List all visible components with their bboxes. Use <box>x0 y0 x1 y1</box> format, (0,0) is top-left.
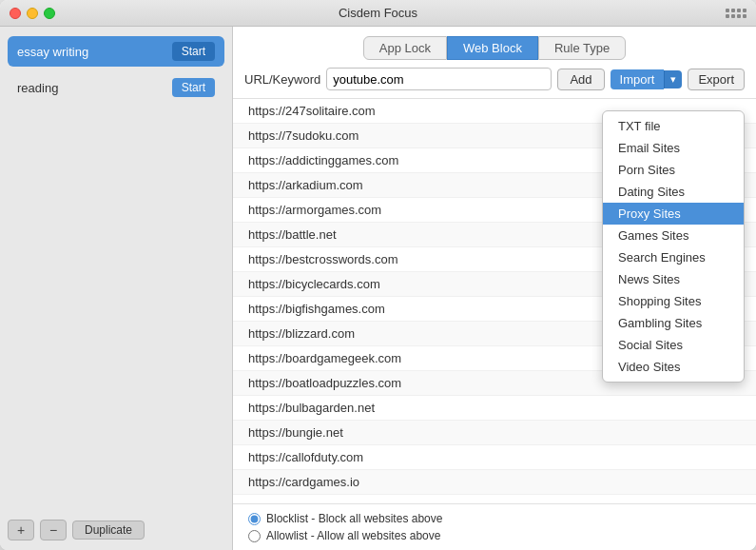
bottom-bar: Blocklist - Block all websites above All… <box>233 503 756 550</box>
import-caret-button[interactable]: ▾ <box>664 70 682 88</box>
allowlist-label: Allowlist - Allow all websites above <box>266 529 440 542</box>
title-bar: Cisdem Focus <box>0 0 756 27</box>
sidebar-footer: + − Duplicate <box>8 520 224 540</box>
import-button[interactable]: Import <box>611 69 665 89</box>
remove-profile-button[interactable]: − <box>40 520 67 540</box>
duplicate-button[interactable]: Duplicate <box>72 521 145 540</box>
dropdown-item-video-sites[interactable]: Video Sites <box>603 356 744 378</box>
url-input[interactable] <box>326 68 552 90</box>
dropdown-item-gambling-sites[interactable]: Gambling Sites <box>603 312 744 334</box>
dropdown-item-dating-sites[interactable]: Dating Sites <box>603 181 744 203</box>
dropdown-item-email-sites[interactable]: Email Sites <box>603 137 744 159</box>
blocklist-radio[interactable] <box>248 513 261 525</box>
window-title: Cisdem Focus <box>339 6 417 20</box>
sidebar: essay writing Start reading Start + − Du… <box>0 27 233 550</box>
dropdown-item-shopping-sites[interactable]: Shopping Sites <box>603 290 744 312</box>
url-label: URL/Keyword <box>244 72 320 87</box>
right-panel: App Lock Web Block Rule Type URL/Keyword… <box>233 27 756 550</box>
tab-web-block[interactable]: Web Block <box>447 36 538 60</box>
list-item[interactable]: https://cardgames.io <box>233 470 756 495</box>
traffic-lights <box>10 8 55 19</box>
grid-icon <box>726 9 746 18</box>
minimize-button[interactable] <box>27 8 38 19</box>
dropdown-menu: TXT fileEmail SitesPorn SitesDating Site… <box>602 110 745 383</box>
tab-app-lock[interactable]: App Lock <box>363 36 447 60</box>
close-button[interactable] <box>10 8 21 19</box>
start-button-reading[interactable]: Start <box>172 78 215 97</box>
sidebar-item-label: essay writing <box>17 45 88 59</box>
list-item[interactable]: https://bulbagarden.net <box>233 396 756 421</box>
dropdown-item-search-engines[interactable]: Search Engines <box>603 246 744 268</box>
allowlist-radio-row[interactable]: Allowlist - Allow all websites above <box>248 529 741 542</box>
dropdown-item-games-sites[interactable]: Games Sites <box>603 225 744 246</box>
tab-rule-type[interactable]: Rule Type <box>538 36 626 60</box>
maximize-button[interactable] <box>44 8 55 19</box>
sidebar-item-label: reading <box>17 81 58 95</box>
list-item[interactable]: https://callofduty.com <box>233 445 756 470</box>
sidebar-item-essay-writing[interactable]: essay writing Start <box>8 36 224 67</box>
add-button[interactable]: Add <box>557 69 604 90</box>
dropdown-item-news-sites[interactable]: News Sites <box>603 268 744 290</box>
sidebar-item-reading[interactable]: reading Start <box>8 72 224 103</box>
allowlist-radio[interactable] <box>248 530 261 542</box>
dropdown-item-txt-file[interactable]: TXT file <box>603 115 744 137</box>
start-button-essay[interactable]: Start <box>172 42 215 61</box>
import-btn-group: Import ▾ <box>611 69 683 89</box>
dropdown-item-proxy-sites[interactable]: Proxy Sites <box>603 203 744 225</box>
blocklist-label: Blocklist - Block all websites above <box>266 512 442 525</box>
dropdown-item-social-sites[interactable]: Social Sites <box>603 334 744 356</box>
import-dropdown: TXT fileEmail SitesPorn SitesDating Site… <box>602 110 745 383</box>
blocklist-radio-row[interactable]: Blocklist - Block all websites above <box>248 512 741 525</box>
add-profile-button[interactable]: + <box>8 520 34 540</box>
dropdown-item-porn-sites[interactable]: Porn Sites <box>603 159 744 181</box>
tab-bar: App Lock Web Block Rule Type <box>233 27 756 68</box>
list-item[interactable]: https://bungie.net <box>233 421 756 445</box>
url-row: URL/Keyword Add Import ▾ Export <box>233 68 756 98</box>
export-button[interactable]: Export <box>688 69 745 90</box>
